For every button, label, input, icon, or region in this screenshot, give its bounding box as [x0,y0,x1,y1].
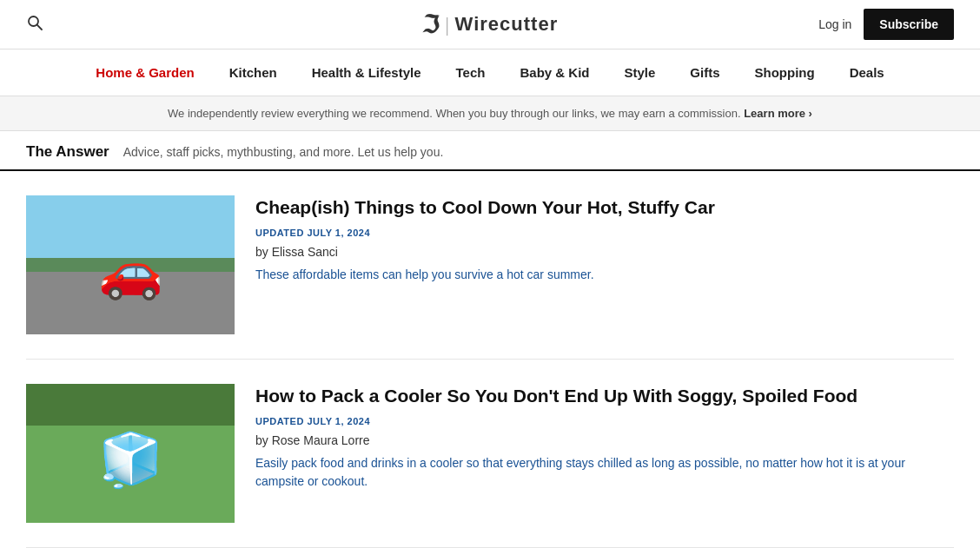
article-desc-2: Easily pack food and drinks in a cooler … [255,454,954,491]
site-logo[interactable]: ℑ | Wirecutter [422,10,558,39]
info-bar: We independently review everything we re… [0,96,980,131]
nav-item-gifts[interactable]: Gifts [672,50,737,96]
main-nav: Home & Garden Kitchen Health & Lifestyle… [0,50,980,96]
nav-item-shopping[interactable]: Shopping [738,50,832,96]
nav-item-tech[interactable]: Tech [439,50,503,96]
site-name: Wirecutter [455,13,559,36]
logo-separator: | [445,13,449,36]
section-subtitle: Advice, staff picks, mythbusting, and mo… [123,145,444,159]
article-author-2: by Rose Maura Lorre [255,433,954,447]
article-image-cooler [26,384,235,523]
svg-line-1 [37,24,42,29]
site-header: ℑ | Wirecutter Log in Subscribe [0,0,980,50]
article-title-1[interactable]: Cheap(ish) Things to Cool Down Your Hot,… [255,195,954,219]
section-header: The Answer Advice, staff picks, mythbust… [0,131,980,171]
login-button[interactable]: Log in [818,17,851,31]
article-desc-1: These affordable items can help you surv… [255,266,954,284]
header-right: Log in Subscribe [818,9,954,40]
article-updated-2: UPDATED JULY 1, 2024 [255,416,954,426]
nyt-icon: ℑ [422,10,440,39]
article-list: Cheap(ish) Things to Cool Down Your Hot,… [0,171,980,548]
section-title: The Answer [26,143,109,161]
learn-more-link[interactable]: Learn more › [744,107,812,120]
article-content-1: Cheap(ish) Things to Cool Down Your Hot,… [255,195,954,284]
nav-item-kitchen[interactable]: Kitchen [212,50,295,96]
article-title-2[interactable]: How to Pack a Cooler So You Don't End Up… [255,384,954,407]
article-author-1: by Elissa Sanci [255,245,954,259]
nav-item-health-lifestyle[interactable]: Health & Lifestyle [295,50,439,96]
article-image-car [26,195,235,334]
article-item: How to Pack a Cooler So You Don't End Up… [26,360,954,548]
nav-item-deals[interactable]: Deals [832,50,902,96]
header-left [26,14,43,36]
article-content-2: How to Pack a Cooler So You Don't End Up… [255,384,954,491]
article-item: Cheap(ish) Things to Cool Down Your Hot,… [26,171,954,360]
subscribe-button[interactable]: Subscribe [864,9,954,40]
nav-item-style[interactable]: Style [606,50,672,96]
info-bar-text: We independently review everything we re… [168,107,740,120]
nav-item-baby-kid[interactable]: Baby & Kid [502,50,606,96]
nav-item-home-garden[interactable]: Home & Garden [78,50,211,96]
search-icon[interactable] [26,14,43,36]
article-updated-1: UPDATED JULY 1, 2024 [255,228,954,238]
